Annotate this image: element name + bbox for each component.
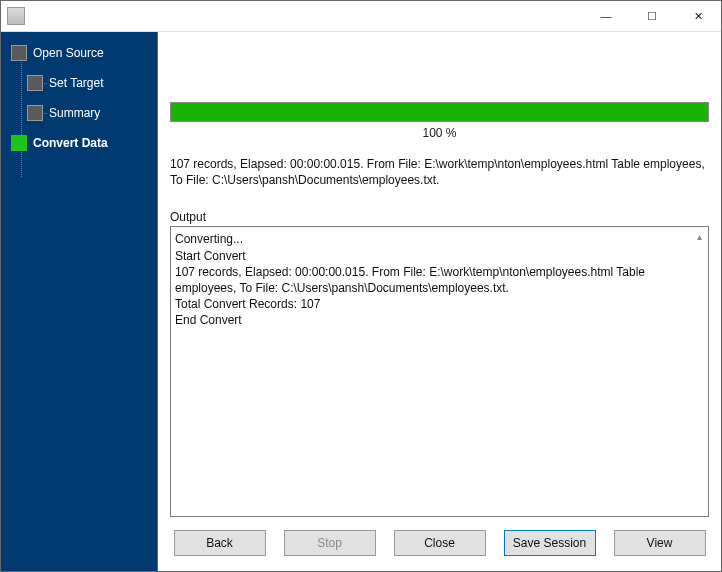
step-marker-icon <box>11 45 27 61</box>
output-log[interactable]: ▴ Converting...Start Convert107 records,… <box>170 226 709 517</box>
output-line: Converting... <box>175 231 690 247</box>
app-icon <box>7 7 25 25</box>
progress-label: 100 % <box>170 126 709 140</box>
minimize-button[interactable]: — <box>583 1 629 31</box>
window-close-button[interactable]: ✕ <box>675 1 721 31</box>
step-label: Open Source <box>33 46 104 60</box>
step-marker-icon <box>27 105 43 121</box>
step-summary[interactable]: Summary <box>27 102 157 124</box>
progress-fill <box>171 103 708 121</box>
wizard-button-row: Back Stop Close Save Session View <box>170 523 709 563</box>
conversion-summary: 107 records, Elapsed: 00:00:00.015. From… <box>170 156 709 188</box>
app-window: — ☐ ✕ Open Source Set Target <box>0 0 722 572</box>
step-marker-icon <box>11 135 27 151</box>
output-line: Start Convert <box>175 248 690 264</box>
progress-section: 100 % <box>170 102 709 140</box>
step-convert-data[interactable]: Convert Data <box>11 132 157 154</box>
window-controls: — ☐ ✕ <box>583 1 721 31</box>
wizard-steps-tree: Open Source Set Target Summary Convert D… <box>1 42 157 154</box>
back-button[interactable]: Back <box>174 530 266 556</box>
progress-bar <box>170 102 709 122</box>
view-button[interactable]: View <box>614 530 706 556</box>
title-bar: — ☐ ✕ <box>1 1 721 32</box>
output-line: End Convert <box>175 312 690 328</box>
close-button[interactable]: Close <box>394 530 486 556</box>
window-body: Open Source Set Target Summary Convert D… <box>1 32 721 571</box>
step-label: Summary <box>49 106 100 120</box>
main-panel: 100 % 107 records, Elapsed: 00:00:00.015… <box>157 32 721 571</box>
step-label: Set Target <box>49 76 103 90</box>
summary-line: To File: C:\Users\pansh\Documents\employ… <box>170 172 709 188</box>
step-open-source[interactable]: Open Source <box>11 42 157 64</box>
step-marker-icon <box>27 75 43 91</box>
wizard-sidebar: Open Source Set Target Summary Convert D… <box>1 32 157 571</box>
output-lines: Converting...Start Convert107 records, E… <box>175 231 690 328</box>
scroll-up-icon[interactable]: ▴ <box>692 229 706 243</box>
summary-line: 107 records, Elapsed: 00:00:00.015. From… <box>170 156 709 172</box>
output-line: Total Convert Records: 107 <box>175 296 690 312</box>
tree-connector <box>21 62 22 177</box>
maximize-button[interactable]: ☐ <box>629 1 675 31</box>
step-set-target[interactable]: Set Target <box>27 72 157 94</box>
save-session-button[interactable]: Save Session <box>504 530 596 556</box>
output-line: 107 records, Elapsed: 00:00:00.015. From… <box>175 264 690 296</box>
step-label: Convert Data <box>33 136 108 150</box>
output-label: Output <box>170 210 709 224</box>
stop-button: Stop <box>284 530 376 556</box>
